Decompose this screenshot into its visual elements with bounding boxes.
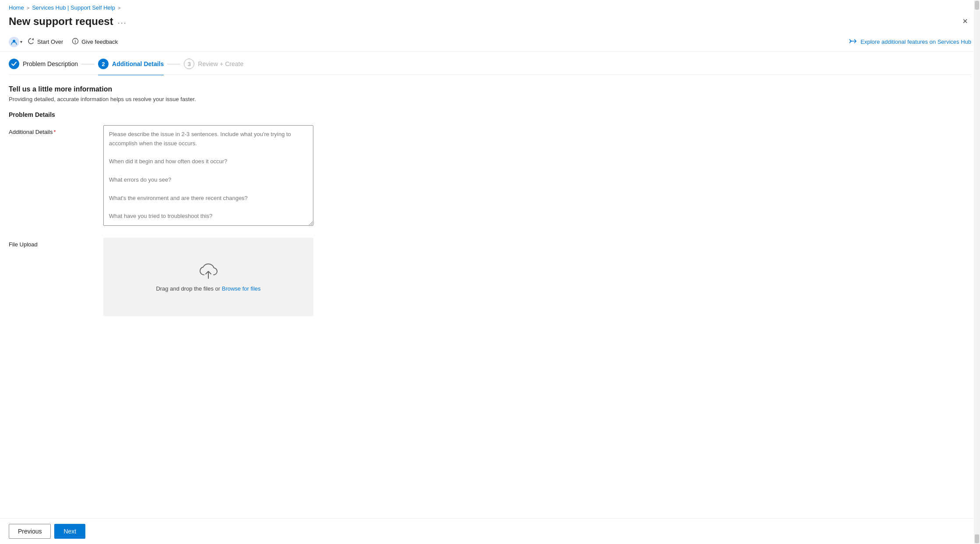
more-options-icon[interactable]: ... [118,17,127,26]
section-title: Tell us a little more information [9,85,971,93]
step-1-label: Problem Description [23,60,78,67]
user-account-wrapper[interactable]: ▾ [9,37,22,47]
step-3-number: 3 [184,59,194,69]
svg-point-2 [75,40,76,41]
give-feedback-button[interactable]: Give feedback [68,36,121,48]
step-3: 3 Review + Create [184,59,243,74]
cloud-upload-icon [198,263,219,280]
breadcrumb-sep1: > [27,5,29,11]
upload-icon-wrap [198,263,219,280]
main-content: Tell us a little more information Provid… [0,75,980,544]
close-button[interactable]: × [959,14,971,28]
browse-files-link[interactable]: Browse for files [222,285,261,292]
previous-button[interactable]: Previous [9,524,51,539]
page-header: New support request ... × [0,13,980,32]
scrollbar[interactable] [974,0,980,544]
step-3-label: Review + Create [198,60,243,67]
footer: Previous Next [0,518,974,544]
step-2: 2 Additional Details [98,59,164,75]
breadcrumb-home[interactable]: Home [9,4,24,11]
explore-icon [849,38,857,46]
step-separator-1 [81,64,95,64]
additional-details-textarea[interactable] [103,125,313,226]
additional-details-label: Additional Details* [9,125,96,135]
explore-label: Explore additional features on Services … [861,39,971,45]
user-avatar [9,37,19,47]
explore-features-link[interactable]: Explore additional features on Services … [849,38,971,46]
additional-details-row: Additional Details* [9,125,971,227]
toolbar-left: ▾ Start Over [9,36,121,48]
problem-details-title: Problem Details [9,111,971,118]
upload-text: Drag and drop the files or Browse for fi… [156,285,260,292]
scrollbar-track [974,11,980,533]
toolbar: ▾ Start Over [0,32,980,52]
next-button[interactable]: Next [54,524,85,539]
breadcrumb-sep2: > [118,5,120,11]
section-description: Providing detailed, accurate information… [9,96,971,102]
step-2-label: Additional Details [112,60,164,67]
file-upload-label: File Upload [9,238,96,248]
start-over-icon [28,38,35,46]
required-indicator: * [53,129,56,135]
page-title: New support request [9,15,113,28]
start-over-label: Start Over [37,39,63,45]
scrollbar-thumb-top[interactable] [975,1,979,10]
start-over-button[interactable]: Start Over [24,36,67,48]
breadcrumb-services-hub[interactable]: Services Hub | Support Self Help [32,4,115,11]
additional-details-control [103,125,313,227]
breadcrumb: Home > Services Hub | Support Self Help … [0,0,980,13]
file-upload-row: File Upload Drag and drop the files or B… [9,238,971,316]
stepper: Problem Description 2 Additional Details… [0,52,980,74]
chevron-down-icon: ▾ [20,39,22,44]
step-1-number [9,59,19,69]
file-upload-control: Drag and drop the files or Browse for fi… [103,238,313,316]
feedback-icon [72,38,79,46]
scrollbar-thumb-bottom[interactable] [975,534,979,543]
give-feedback-label: Give feedback [81,39,118,45]
step-2-number: 2 [98,59,109,69]
step-1: Problem Description [9,59,78,74]
step-separator-2 [167,64,180,64]
file-upload-dropzone[interactable]: Drag and drop the files or Browse for fi… [103,238,313,316]
